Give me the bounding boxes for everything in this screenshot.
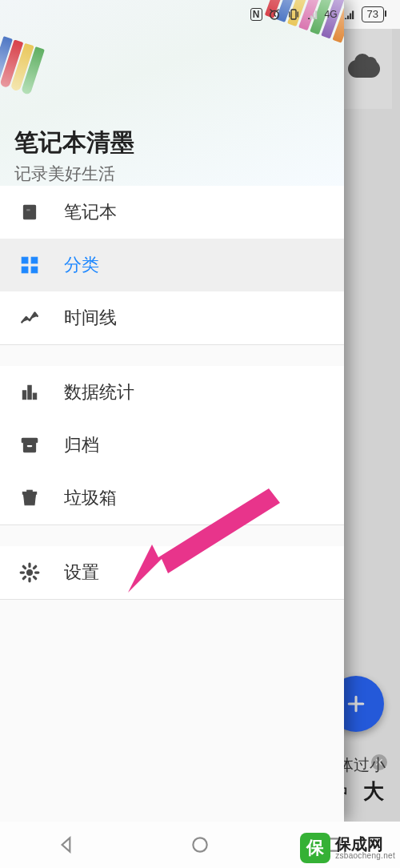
watermark: 保 保成网 zsbaocheng.net [300, 833, 395, 863]
network-type: 4G [325, 9, 338, 20]
app-subtitle: 记录美好生活 [14, 163, 330, 185]
svg-rect-3 [26, 209, 30, 211]
menu-label: 笔记本 [64, 200, 117, 224]
menu-label: 垃圾箱 [64, 486, 117, 510]
svg-rect-12 [23, 443, 35, 452]
menu-item-notebook[interactable]: 笔记本 [0, 186, 344, 239]
svg-rect-6 [22, 267, 28, 273]
watermark-url: zsbaocheng.net [335, 852, 395, 860]
menu-item-timeline[interactable]: 时间线 [0, 291, 344, 344]
pencils-deco-left [0, 36, 45, 95]
spacer [0, 345, 344, 366]
signal-2-icon [342, 7, 357, 22]
divider [0, 599, 344, 600]
menu-item-category[interactable]: 分类 [0, 239, 344, 291]
menu-label: 设置 [64, 561, 99, 585]
menu-item-settings[interactable]: 设置 [0, 546, 344, 599]
svg-rect-1 [291, 10, 296, 19]
alarm-icon [267, 7, 282, 22]
menu-item-stats[interactable]: 数据统计 [0, 366, 344, 419]
archive-icon [18, 435, 42, 456]
drawer-menu: 笔记本 分类 时间线 数据统计 归档 [0, 186, 344, 822]
gear-icon [18, 562, 42, 583]
grid-icon [18, 255, 42, 275]
menu-label: 归档 [64, 433, 99, 457]
menu-item-trash[interactable]: 垃圾箱 [0, 472, 344, 524]
spacer [0, 525, 344, 546]
svg-rect-7 [31, 267, 38, 273]
nfc-icon: N [250, 8, 262, 21]
status-bar: N 4G 73 [0, 0, 400, 29]
svg-rect-2 [23, 205, 35, 219]
trash-icon [18, 488, 42, 508]
navigation-drawer: 笔记本清墨 记录美好生活 笔记本 分类 时间线 [0, 0, 344, 822]
menu-label: 数据统计 [64, 380, 134, 404]
back-button[interactable] [56, 834, 77, 855]
svg-rect-4 [22, 257, 28, 263]
svg-rect-11 [22, 438, 38, 442]
notebook-icon [18, 202, 42, 223]
drawer-scrim[interactable] [344, 29, 400, 822]
bar-chart-icon [18, 382, 42, 403]
watermark-badge: 保 [300, 833, 330, 863]
menu-item-archive[interactable]: 归档 [0, 419, 344, 472]
timeline-icon [18, 307, 42, 328]
signal-1-icon [306, 7, 320, 22]
svg-point-15 [27, 570, 33, 576]
svg-rect-9 [28, 385, 31, 399]
svg-rect-5 [31, 257, 38, 263]
home-button[interactable] [190, 834, 210, 855]
svg-rect-10 [33, 393, 36, 400]
svg-rect-8 [22, 391, 26, 400]
app-title: 笔记本清墨 [14, 127, 330, 159]
menu-label: 分类 [64, 253, 99, 277]
watermark-name: 保成网 [335, 836, 395, 852]
vibrate-icon [286, 7, 301, 22]
svg-rect-14 [27, 490, 33, 492]
menu-label: 时间线 [64, 306, 117, 330]
svg-point-17 [193, 838, 206, 851]
battery-indicator: 73 [362, 6, 384, 22]
